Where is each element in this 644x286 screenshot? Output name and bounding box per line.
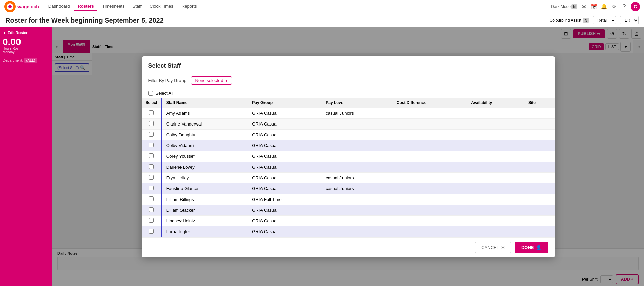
topnav-right: Dark Mode N ✉ 📅 🔔 ⚙ ? C [551, 2, 640, 11]
col-pay-level: Pay Level [322, 98, 392, 108]
cancel-label: CANCEL [481, 245, 499, 250]
retail-dropdown[interactable]: Retail [593, 16, 616, 24]
logo: wageloch [4, 1, 39, 13]
site [524, 130, 555, 140]
bell-icon[interactable]: 🔔 [600, 3, 608, 10]
page-header-right: Colourblind Assist N Retail ER [550, 16, 639, 24]
pay-group: GRIA Casual [248, 226, 322, 237]
col-staff-name: Staff Name [162, 98, 248, 108]
staff-table: Select Staff Name Pay Group Pay Level Co… [142, 98, 555, 237]
site [524, 205, 555, 216]
svg-point-2 [8, 5, 12, 8]
cost-diff [393, 194, 467, 205]
availability [467, 205, 524, 216]
nav-dashboard[interactable]: Dashboard [45, 2, 73, 11]
pay-level [322, 216, 392, 226]
cost-diff [393, 162, 467, 173]
nav-staff[interactable]: Staff [129, 2, 145, 11]
row-checkbox-0[interactable] [149, 110, 154, 115]
row-checkbox-6[interactable] [149, 175, 154, 180]
modal-overlay: Select Staff Filter By Pay Group: None s… [52, 27, 644, 286]
cost-diff [393, 140, 467, 151]
modal-title: Select Staff [148, 62, 548, 69]
site [524, 226, 555, 237]
nav-clocktimes[interactable]: Clock Times [146, 2, 177, 11]
sidebar-dept: Department: (ALL) [3, 57, 49, 63]
settings-icon[interactable]: ⚙ [610, 3, 618, 10]
site [524, 140, 555, 151]
pay-level [322, 151, 392, 162]
mail-icon[interactable]: ✉ [580, 3, 588, 10]
user-avatar[interactable]: C [631, 2, 640, 11]
sidebar-hours-label: Hours Ros Monday [3, 47, 49, 54]
row-checkbox-10[interactable] [149, 218, 154, 223]
staff-name: Colby Vidaurri [162, 140, 248, 151]
select-all-label: Select All [156, 91, 173, 96]
table-row: Darlene LowryGRIA Casual [142, 162, 555, 173]
calendar-icon[interactable]: 📅 [590, 3, 598, 10]
table-row: Lindsey HeintzGRIA Casual [142, 216, 555, 226]
filter-value: None selected [195, 78, 223, 83]
availability [467, 194, 524, 205]
row-checkbox-9[interactable] [149, 207, 154, 212]
row-checkbox-4[interactable] [149, 153, 154, 158]
table-row: Colby DoughtyGRIA Casual [142, 130, 555, 140]
cancel-button[interactable]: CANCEL ✕ [475, 242, 511, 253]
select-all-checkbox[interactable] [148, 91, 153, 96]
staff-name: Darlene Lowry [162, 162, 248, 173]
staff-table-wrap: Select Staff Name Pay Group Pay Level Co… [142, 98, 555, 237]
cost-diff [393, 216, 467, 226]
cost-diff [393, 205, 467, 216]
row-checkbox-8[interactable] [149, 196, 154, 201]
roster-area: ⊞ PUBLISH ➦ ↺ ↻ 🖨 « Mon 05/09 Staff Time… [52, 27, 644, 286]
main-area: ▼ Edit Roster 0.00 Hours Ros Monday Depa… [0, 27, 644, 286]
dark-mode-label: Dark Mode [551, 4, 571, 9]
dark-mode-toggle[interactable]: Dark Mode N [551, 4, 577, 9]
row-checkbox-2[interactable] [149, 132, 154, 137]
person-icon: 👤 [536, 245, 541, 250]
site [524, 173, 555, 183]
staff-name: Eryn Holley [162, 173, 248, 183]
row-checkbox-7[interactable] [149, 186, 154, 190]
table-row: Lilliam BillingsGRIA Full Time [142, 194, 555, 205]
site [524, 216, 555, 226]
select-all-row: Select All [142, 88, 555, 98]
help-icon[interactable]: ? [620, 3, 628, 10]
pay-group: GRIA Casual [248, 130, 322, 140]
colourblind-badge: N [583, 18, 589, 23]
row-checkbox-1[interactable] [149, 121, 154, 126]
staff-name: Lilliam Stacker [162, 205, 248, 216]
dark-mode-badge: N [571, 4, 577, 9]
topnav: wageloch Dashboard Rosters Timesheets St… [0, 0, 644, 13]
staff-name: Corey Youssef [162, 151, 248, 162]
pay-level: casual Juniors [322, 108, 392, 119]
site [524, 108, 555, 119]
cost-diff [393, 226, 467, 237]
table-row: Clarine VanderwalGRIA Casual [142, 119, 555, 130]
staff-name: Clarine Vanderwal [162, 119, 248, 130]
sidebar-dept-value: (ALL) [24, 58, 37, 63]
row-checkbox-11[interactable] [149, 229, 154, 234]
sidebar-hours: 0.00 [3, 37, 49, 47]
done-button[interactable]: DONE 👤 [515, 242, 548, 253]
pay-group-filter[interactable]: None selected ▾ [191, 76, 232, 85]
pay-group: GRIA Casual [248, 151, 322, 162]
availability [467, 108, 524, 119]
nav-reports[interactable]: Reports [178, 2, 200, 11]
cost-diff [393, 173, 467, 183]
filter-label: Filter By Pay Group: [148, 78, 188, 83]
logo-text: wageloch [17, 4, 39, 9]
pay-level [322, 162, 392, 173]
availability [467, 216, 524, 226]
er-dropdown[interactable]: ER [620, 16, 639, 24]
site [524, 162, 555, 173]
availability [467, 140, 524, 151]
site [524, 194, 555, 205]
nav-rosters[interactable]: Rosters [74, 2, 97, 11]
row-checkbox-3[interactable] [149, 143, 154, 147]
modal-header: Select Staff [142, 56, 555, 73]
nav-timesheets[interactable]: Timesheets [99, 2, 128, 11]
col-select: Select [142, 98, 162, 108]
row-checkbox-5[interactable] [149, 164, 154, 169]
modal-filter-row: Filter By Pay Group: None selected ▾ [142, 73, 555, 88]
